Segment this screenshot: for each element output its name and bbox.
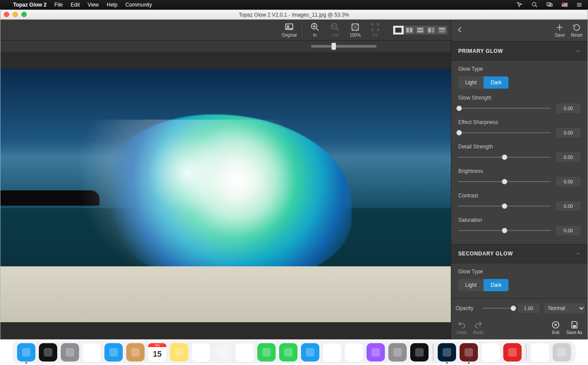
menu-edit[interactable]: Edit [71,2,80,8]
photos-icon [239,347,250,358]
dock-safari[interactable] [83,343,101,362]
blend-mode-select[interactable]: Normal [544,303,585,313]
param-slider[interactable] [458,132,551,133]
dock-contacts[interactable] [126,343,145,362]
param-slider[interactable] [458,181,551,182]
reset-label: Reset [571,33,582,38]
param-slider[interactable] [458,108,551,109]
photoshop-icon [441,347,453,358]
dock-launchpad[interactable] [61,343,79,362]
dock-music[interactable] [345,343,363,362]
zoom-100-button[interactable]: 100% [345,21,365,38]
dock-textedit[interactable] [481,343,500,362]
flag-icon[interactable]: 🇺🇸 [561,1,568,8]
redo-button[interactable]: Redo [473,320,484,335]
screen-mirror-icon[interactable] [546,1,553,8]
canvas-area[interactable] [0,52,451,339]
dock-sketchup[interactable] [503,343,522,362]
spotlight-icon[interactable] [531,1,538,8]
save-as-button[interactable]: Save As [566,320,582,335]
zoom-slider-thumb[interactable] [332,43,336,50]
param-label: Contrast [458,193,581,199]
dock-podcasts[interactable] [367,343,385,362]
param-value[interactable]: 0.00 [556,103,581,113]
param-thumb[interactable] [457,130,462,135]
dock-topaz-studio[interactable] [460,343,478,362]
control-center-icon[interactable] [576,1,583,8]
primary-dark-button[interactable]: Dark [484,76,508,89]
param-thumb[interactable] [502,155,507,160]
param-slider[interactable] [458,206,551,207]
window-minimize-button[interactable] [13,12,18,17]
opacity-thumb[interactable] [511,306,516,311]
redo-label: Redo [473,330,484,335]
zoom-fit-button[interactable]: Fit [365,21,385,38]
view-mode-split-v[interactable] [404,26,415,34]
zoom-in-button[interactable]: In [305,21,325,38]
panel-top: Save Reset [451,20,588,41]
param-thumb[interactable] [502,228,507,233]
view-mode-side[interactable] [426,26,436,34]
back-button[interactable] [457,25,463,36]
secondary-glow-header[interactable]: SECONDARY GLOW [451,244,588,263]
param-thumb[interactable] [457,106,462,111]
param-value[interactable]: 0.00 [556,152,581,162]
dock-photoshop[interactable] [438,343,456,362]
dock-finder[interactable] [17,343,35,362]
param-thumb[interactable] [502,179,507,184]
primary-glow-header[interactable]: PRIMARY GLOW [451,41,588,61]
zoom-out-button[interactable]: Out [325,21,345,38]
reset-button[interactable]: Reset [571,23,582,38]
zoom-in-label: In [313,33,317,38]
menu-community[interactable]: Community [125,2,152,8]
param-value[interactable]: 0.00 [556,201,581,211]
dock-messages[interactable] [257,343,276,362]
menu-help[interactable]: Help [107,2,118,8]
dock-downloads[interactable] [531,343,549,362]
app-menu[interactable]: Topaz Glow 2 [13,2,46,8]
param-label: Glow Strength [458,95,581,101]
original-button[interactable]: Original [279,21,299,38]
dock-calendar[interactable]: JUL15 [148,343,166,362]
view-mode-single[interactable] [393,26,404,34]
menu-view[interactable]: View [87,2,99,8]
undo-button[interactable]: Undo [457,320,467,335]
param-value[interactable]: 0.00 [556,226,581,235]
dock-notes[interactable] [170,343,188,362]
dock-photos[interactable] [235,343,254,362]
cursor-icon[interactable] [516,1,523,8]
window-title: Topaz Glow 2 V2.0.1 - Images_11.jpg @ 53… [239,12,349,18]
secondary-light-button[interactable]: Light [458,279,484,291]
dock-reminders[interactable] [192,343,210,362]
param-thumb[interactable] [502,203,507,209]
primary-light-button[interactable]: Light [458,76,484,89]
view-mode-stack[interactable] [437,26,447,34]
dock-terminal[interactable] [410,343,429,362]
dock-trash[interactable] [553,343,571,362]
panel-scroll[interactable]: PRIMARY GLOW Glow Type Light Dark Glow S… [451,41,588,298]
dock-maps[interactable] [214,343,232,362]
window-maximize-button[interactable] [21,12,27,17]
dock-news[interactable] [323,343,341,362]
svg-rect-31 [306,348,315,357]
exit-button[interactable]: Exit [551,320,560,335]
window-close-button[interactable] [4,12,9,17]
param-value[interactable]: 0.00 [556,177,581,186]
secondary-dark-button[interactable]: Dark [484,279,508,291]
dock-appstore[interactable] [301,343,319,362]
view-mode-split-h[interactable] [415,26,425,34]
dock-facetime[interactable] [279,343,297,362]
opacity-slider[interactable] [483,308,513,309]
opacity-value[interactable]: 1.00 [518,303,540,313]
svg-rect-14 [432,28,434,32]
dock-siri[interactable] [39,343,57,362]
zoom-slider[interactable] [311,45,377,48]
dock-settings[interactable] [388,343,407,362]
dock-mail[interactable] [104,343,123,362]
save-button[interactable]: Save [555,23,565,38]
svg-rect-32 [328,348,336,357]
param-slider[interactable] [458,157,551,158]
param-slider[interactable] [458,230,551,231]
param-value[interactable]: 0.00 [556,128,581,138]
menu-file[interactable]: File [54,2,62,8]
